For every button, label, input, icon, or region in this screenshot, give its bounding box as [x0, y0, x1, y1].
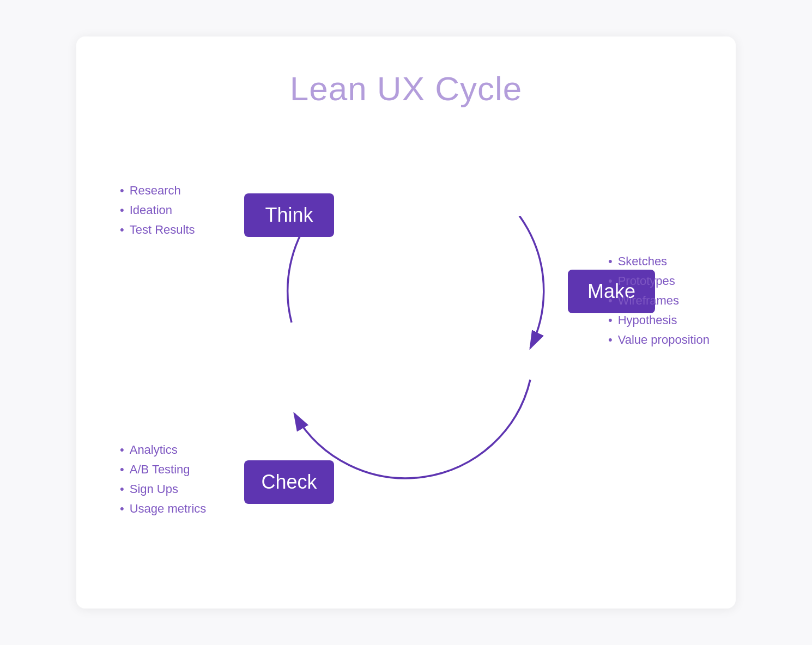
list-item: Usage metrics — [120, 502, 206, 516]
check-node: Check — [244, 460, 334, 504]
list-item: Analytics — [120, 443, 206, 457]
list-item: Prototypes — [608, 274, 710, 288]
make-list: Sketches Prototypes Wireframes Hypothesi… — [608, 254, 710, 352]
think-list: Research Ideation Test Results — [120, 184, 195, 242]
list-item: Value proposition — [608, 333, 710, 347]
diagram-area: Think Make Check Research Ideation Test … — [76, 129, 736, 609]
page-title: Lean UX Cycle — [76, 36, 736, 108]
think-node: Think — [244, 193, 334, 237]
list-item: Wireframes — [608, 294, 710, 308]
list-item: Test Results — [120, 223, 195, 237]
list-item: Ideation — [120, 203, 195, 217]
list-item: Sketches — [608, 254, 710, 269]
list-item: Hypothesis — [608, 313, 710, 327]
check-list: Analytics A/B Testing Sign Ups Usage met… — [120, 443, 206, 521]
list-item: A/B Testing — [120, 463, 206, 477]
page-container: Lean UX Cycle — [76, 36, 736, 609]
list-item: Research — [120, 184, 195, 198]
list-item: Sign Ups — [120, 482, 206, 496]
